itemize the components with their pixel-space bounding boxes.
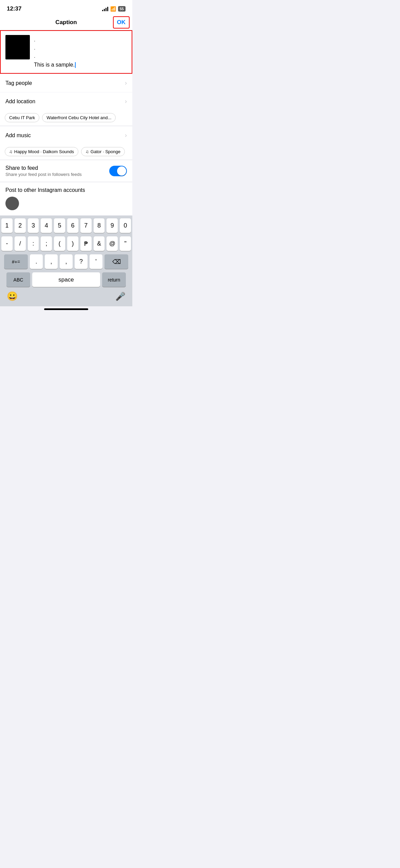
key-peso[interactable]: ₱ — [80, 236, 92, 251]
key-question[interactable]: , — [60, 254, 73, 269]
share-to-feed-toggle[interactable] — [109, 166, 127, 176]
status-bar: 12:37 📶 55 — [0, 0, 132, 15]
share-to-feed-label: Share to feed — [5, 165, 82, 171]
key-7[interactable]: 7 — [80, 218, 92, 233]
caption-text: This is a sample. — [34, 61, 127, 69]
keyboard-row-1: 1 2 3 4 5 6 7 8 9 0 — [0, 218, 132, 233]
music-note-icon-0: ♫ — [9, 149, 13, 154]
keyboard-row-3: #+= . , , ? ' ⌫ — [0, 254, 132, 269]
key-0[interactable]: 0 — [120, 218, 131, 233]
ok-button[interactable]: OK — [113, 16, 130, 29]
key-quote[interactable]: " — [120, 236, 131, 251]
wifi-icon: 📶 — [110, 6, 116, 12]
tag-people-item[interactable]: Tag people › — [0, 74, 132, 92]
key-2[interactable]: 2 — [15, 218, 26, 233]
caption-thumbnail — [5, 35, 30, 59]
key-9[interactable]: 9 — [107, 218, 118, 233]
key-amp[interactable]: & — [94, 236, 105, 251]
key-1[interactable]: 1 — [1, 218, 13, 233]
key-delete[interactable]: ⌫ — [104, 254, 128, 269]
battery-icon: 55 — [118, 6, 126, 12]
other-accounts-label: Post to other Instagram accounts — [5, 187, 127, 193]
caption-dots: ... — [34, 36, 127, 60]
keyboard-row-2: - / : ; ( ) ₱ & @ " — [0, 236, 132, 251]
location-chip-1[interactable]: Waterfront Cebu City Hotel and... — [42, 113, 116, 122]
key-slash[interactable]: / — [15, 236, 26, 251]
music-chip-0[interactable]: ♫ Happy Mood · Dalkom Sounds — [5, 147, 78, 156]
music-chips-row: ♫ Happy Mood · Dalkom Sounds ♫ Gator · S… — [0, 144, 132, 160]
keyboard-bottom-row: ABC space return — [0, 272, 132, 287]
location-chips-row: Cebu IT Park Waterfront Cebu City Hotel … — [0, 110, 132, 126]
key-comma[interactable]: , — [45, 254, 58, 269]
emoji-bar: 😀 🎤 — [0, 289, 132, 305]
key-dash[interactable]: - — [1, 236, 13, 251]
account-avatar — [5, 197, 19, 210]
text-cursor — [75, 62, 76, 68]
key-4[interactable]: 4 — [41, 218, 52, 233]
location-chip-0[interactable]: Cebu IT Park — [5, 113, 39, 122]
key-8[interactable]: 8 — [94, 218, 105, 233]
caption-input-box[interactable]: ... This is a sample. — [0, 30, 132, 74]
status-time: 12:37 — [7, 5, 21, 12]
add-music-item[interactable]: Add music › — [0, 126, 132, 144]
key-exclaim[interactable]: ? — [75, 254, 88, 269]
signal-bars-icon — [102, 6, 108, 11]
music-note-icon-1: ♫ — [85, 149, 89, 154]
toggle-knob — [117, 166, 126, 176]
add-location-label: Add location — [5, 98, 35, 105]
key-shift[interactable]: #+= — [4, 254, 28, 269]
key-rparen[interactable]: ) — [67, 236, 78, 251]
share-to-feed-text: Share to feed Share your feed post in fo… — [5, 165, 82, 177]
key-apostrophe[interactable]: ' — [90, 254, 102, 269]
key-lparen[interactable]: ( — [54, 236, 65, 251]
add-location-section: Add location › Cebu IT Park Waterfront C… — [0, 92, 132, 126]
key-at[interactable]: @ — [107, 236, 118, 251]
add-music-chevron-icon: › — [125, 132, 127, 139]
tag-people-label: Tag people — [5, 80, 32, 86]
home-indicator — [0, 306, 132, 313]
key-space[interactable]: space — [32, 272, 100, 287]
tag-people-section: Tag people › — [0, 74, 132, 92]
page-title: Caption — [55, 19, 77, 26]
key-3[interactable]: 3 — [28, 218, 39, 233]
status-icons: 📶 55 — [102, 6, 126, 12]
key-period[interactable]: . — [30, 254, 43, 269]
keyboard: 1 2 3 4 5 6 7 8 9 0 - / : ; ( ) ₱ & @ " … — [0, 216, 132, 306]
home-bar — [44, 308, 88, 310]
share-to-feed-sublabel: Share your feed post in followers feeds — [5, 172, 82, 177]
mic-icon[interactable]: 🎤 — [115, 292, 126, 301]
other-accounts-section: Post to other Instagram accounts — [0, 182, 132, 215]
key-abc[interactable]: ABC — [6, 272, 30, 287]
tag-people-chevron-icon: › — [125, 79, 127, 87]
add-music-section: Add music › ♫ Happy Mood · Dalkom Sounds… — [0, 126, 132, 160]
key-colon[interactable]: : — [28, 236, 39, 251]
key-return[interactable]: return — [102, 272, 126, 287]
caption-header: Caption OK — [0, 15, 132, 30]
key-5[interactable]: 5 — [54, 218, 65, 233]
add-location-item[interactable]: Add location › — [0, 92, 132, 110]
key-semicolon[interactable]: ; — [41, 236, 52, 251]
add-location-chevron-icon: › — [125, 98, 127, 105]
emoji-icon[interactable]: 😀 — [7, 291, 18, 302]
add-music-label: Add music — [5, 132, 31, 139]
music-chip-1[interactable]: ♫ Gator · Sponge — [81, 147, 125, 156]
key-6[interactable]: 6 — [67, 218, 78, 233]
share-to-feed-row[interactable]: Share to feed Share your feed post in fo… — [0, 160, 132, 182]
caption-text-area: ... This is a sample. — [34, 35, 127, 69]
